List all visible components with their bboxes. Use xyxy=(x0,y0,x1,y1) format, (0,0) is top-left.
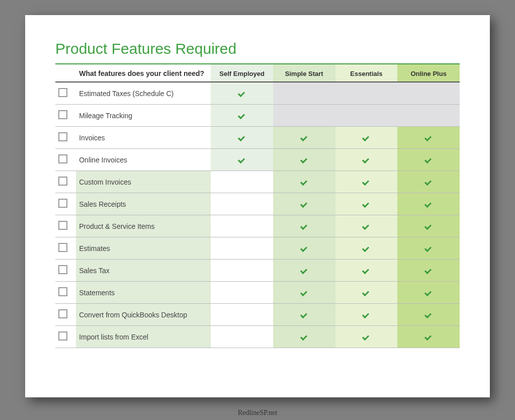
header-question: What features does your client need? xyxy=(76,64,211,82)
document-page: Product Features Required What features … xyxy=(25,15,490,397)
table-row: Online Invoices xyxy=(55,149,460,171)
plan-cell-essential xyxy=(335,260,398,282)
check-icon xyxy=(363,312,370,317)
feature-checkbox[interactable] xyxy=(58,221,67,230)
table-row: Product & Service Items xyxy=(55,215,460,237)
table-row: Invoices xyxy=(55,127,460,149)
table-row: Custom Invoices xyxy=(55,171,460,193)
feature-label: Mileage Tracking xyxy=(79,112,132,120)
check-icon xyxy=(363,334,370,340)
plan-cell-simple xyxy=(273,193,335,215)
plan-cell-essential xyxy=(335,215,398,237)
plan-cell-plus xyxy=(397,326,460,348)
check-icon xyxy=(301,268,308,273)
plan-cell-essential xyxy=(335,82,398,105)
check-icon xyxy=(238,157,245,162)
plan-cell-essential xyxy=(335,171,398,193)
check-icon xyxy=(425,180,432,185)
table-row: Sales Receipts xyxy=(55,193,460,215)
plan-cell-essential xyxy=(335,237,398,260)
check-icon xyxy=(425,246,432,251)
plan-cell-plus xyxy=(397,282,460,304)
plan-cell-self xyxy=(211,260,273,282)
check-icon xyxy=(363,180,370,185)
plan-cell-essential xyxy=(335,105,398,127)
check-icon xyxy=(301,202,308,207)
check-icon xyxy=(301,246,308,251)
feature-name-cell: Sales Receipts xyxy=(76,193,211,215)
plan-cell-simple xyxy=(273,82,335,105)
checkbox-cell xyxy=(55,127,76,149)
plan-cell-self xyxy=(211,127,273,149)
feature-checkbox[interactable] xyxy=(58,154,67,163)
checkbox-cell xyxy=(55,193,76,215)
feature-label: Statements xyxy=(79,289,115,297)
feature-checkbox[interactable] xyxy=(58,199,67,208)
table-row: Estimated Taxes (Schedule C) xyxy=(55,82,460,105)
checkbox-cell xyxy=(55,215,76,237)
plan-cell-self xyxy=(211,237,273,260)
checkbox-cell xyxy=(55,237,76,260)
plan-cell-essential xyxy=(335,282,398,304)
check-icon xyxy=(363,290,370,295)
table-row: Statements xyxy=(55,282,460,304)
feature-name-cell: Import lists from Excel xyxy=(76,326,211,348)
check-icon xyxy=(363,202,370,207)
feature-checkbox[interactable] xyxy=(58,88,67,97)
plan-cell-plus xyxy=(397,171,460,193)
feature-name-cell: Statements xyxy=(76,282,211,304)
feature-name-cell: Online Invoices xyxy=(76,149,211,171)
check-icon xyxy=(425,157,432,162)
feature-label: Convert from QuickBooks Desktop xyxy=(79,311,187,319)
feature-checkbox[interactable] xyxy=(58,110,67,119)
plan-cell-simple xyxy=(273,171,335,193)
plan-cell-self xyxy=(211,326,273,348)
checkbox-cell xyxy=(55,82,76,105)
feature-name-cell: Mileage Tracking xyxy=(76,105,211,127)
check-icon xyxy=(363,224,370,229)
feature-label: Import lists from Excel xyxy=(79,333,148,341)
plan-cell-essential xyxy=(335,149,398,171)
feature-checkbox[interactable] xyxy=(58,287,67,296)
check-icon xyxy=(425,135,432,140)
check-icon xyxy=(363,135,370,140)
feature-label: Online Invoices xyxy=(79,156,127,164)
table-row: Mileage Tracking xyxy=(55,105,460,127)
table-row: Convert from QuickBooks Desktop xyxy=(55,304,460,326)
feature-checkbox[interactable] xyxy=(58,265,67,274)
feature-checkbox[interactable] xyxy=(58,243,67,252)
checkbox-cell xyxy=(55,171,76,193)
page-title: Product Features Required xyxy=(55,40,460,57)
plan-cell-self xyxy=(211,304,273,326)
header-checkbox-col xyxy=(55,64,76,82)
table-row: Import lists from Excel xyxy=(55,326,460,348)
plan-cell-self xyxy=(211,215,273,237)
check-icon xyxy=(301,180,308,185)
feature-checkbox[interactable] xyxy=(58,309,67,318)
feature-label: Invoices xyxy=(79,134,105,142)
check-icon xyxy=(301,290,308,295)
plan-cell-self xyxy=(211,282,273,304)
checkbox-cell xyxy=(55,282,76,304)
plan-cell-essential xyxy=(335,127,398,149)
plan-cell-plus xyxy=(397,193,460,215)
plan-cell-essential xyxy=(335,326,398,348)
feature-checkbox[interactable] xyxy=(58,132,67,141)
feature-checkbox[interactable] xyxy=(58,331,67,341)
plan-cell-self xyxy=(211,193,273,215)
plan-cell-plus xyxy=(397,215,460,237)
check-icon xyxy=(238,135,245,140)
plan-cell-simple xyxy=(273,237,335,260)
table-row: Sales Tax xyxy=(55,260,460,282)
feature-checkbox[interactable] xyxy=(58,177,67,186)
check-icon xyxy=(425,290,432,295)
check-icon xyxy=(301,334,308,340)
check-icon xyxy=(425,224,432,229)
table-header-row: What features does your client need? Sel… xyxy=(55,64,460,82)
checkbox-cell xyxy=(55,304,76,326)
plan-cell-plus xyxy=(397,82,460,105)
watermark-text: RedlineSP.net xyxy=(0,409,515,417)
features-table: What features does your client need? Sel… xyxy=(55,64,460,348)
plan-cell-essential xyxy=(335,304,398,326)
plan-cell-essential xyxy=(335,193,398,215)
